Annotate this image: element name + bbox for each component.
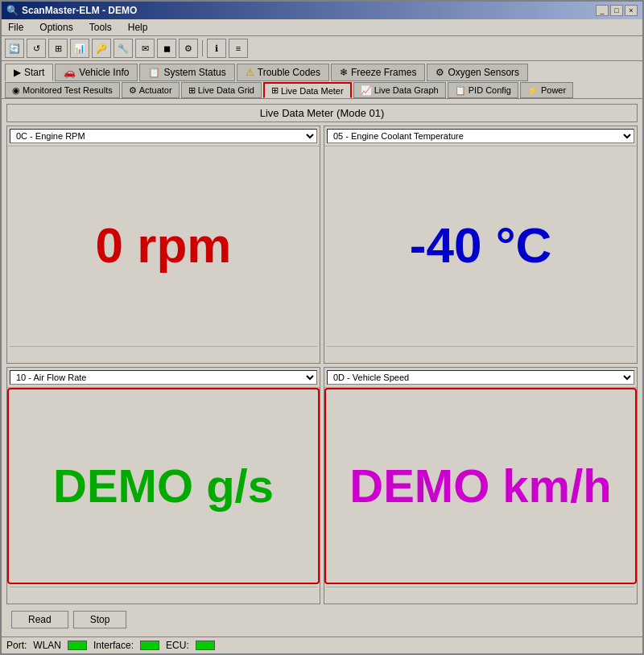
- tab-oxygen-sensors-label: Oxygen Sensors: [448, 67, 519, 78]
- trouble-codes-icon: ⚠: [246, 67, 254, 78]
- meter-rpm-value-area: 0 rpm: [7, 146, 320, 344]
- meter-speed-select[interactable]: 0D - Vehicle Speed: [327, 370, 634, 385]
- meter-panel-rpm: 0C - Engine RPM 0 rpm: [6, 126, 320, 364]
- actuator-icon: ⚙: [129, 85, 137, 96]
- tab-live-data-meter-label: Live Data Meter: [281, 86, 344, 96]
- tabs-row2: ◉ Monitored Test Results ⚙ Actuator ⊞ Li…: [2, 81, 642, 99]
- menu-help[interactable]: Help: [125, 21, 151, 34]
- maximize-button[interactable]: □: [610, 5, 623, 16]
- meter-temp-dropdown-row: 05 - Engine Coolant Temperature: [324, 126, 637, 146]
- title-bar-controls: _ □ ×: [596, 5, 638, 16]
- meter-airflow-select[interactable]: 10 - Air Flow Rate: [10, 370, 317, 385]
- menu-options[interactable]: Options: [36, 21, 76, 34]
- tab-pid-config-label: PID Config: [469, 85, 511, 95]
- toolbar-btn-9[interactable]: ℹ: [207, 39, 226, 58]
- oxygen-sensors-icon: ⚙: [436, 67, 444, 78]
- meter-speed-dropdown-row: 0D - Vehicle Speed: [324, 368, 637, 388]
- toolbar-btn-6[interactable]: ✉: [135, 39, 155, 58]
- meter-rpm-value: 0 rpm: [96, 216, 232, 274]
- toolbar-btn-4[interactable]: 🔑: [92, 39, 111, 58]
- meter-temp-value-area: -40 °C: [324, 146, 637, 344]
- tab-start-label: Start: [24, 67, 44, 78]
- meters-grid: 0C - Engine RPM 0 rpm 05 - Engine Coolan…: [6, 126, 638, 604]
- meter-speed-bottom-bar: [327, 587, 634, 601]
- tab-start[interactable]: ▶ Start: [5, 64, 53, 81]
- menu-bar: File Options Tools Help: [2, 19, 642, 36]
- freeze-frames-icon: ❄: [340, 67, 348, 78]
- app-icon: 🔍: [6, 5, 19, 16]
- pid-config-icon: 📋: [455, 85, 466, 96]
- system-status-icon: 📋: [148, 67, 160, 78]
- toolbar-btn-2[interactable]: ⊞: [48, 39, 68, 58]
- live-data-meter-icon: ⊞: [271, 85, 279, 96]
- menu-tools[interactable]: Tools: [86, 21, 115, 34]
- meter-speed-value: DEMO km/h: [349, 459, 612, 513]
- meter-airflow-value: DEMO g/s: [53, 459, 274, 513]
- tab-power-label: Power: [541, 85, 566, 95]
- close-button[interactable]: ×: [625, 5, 638, 16]
- interface-label: Interface:: [93, 640, 134, 651]
- port-label: Port:: [6, 640, 27, 651]
- tab-oxygen-sensors[interactable]: ⚙ Oxygen Sensors: [427, 64, 528, 81]
- tab-trouble-codes[interactable]: ⚠ Trouble Codes: [237, 64, 329, 81]
- content-area: Live Data Meter (Mode 01) 0C - Engine RP…: [2, 99, 642, 636]
- meter-panel-speed: 0D - Vehicle Speed DEMO km/h: [324, 367, 638, 605]
- toolbar-btn-8[interactable]: ⚙: [179, 39, 198, 58]
- menu-file[interactable]: File: [5, 21, 27, 34]
- tab-system-status-label: System Status: [163, 67, 225, 78]
- meter-airflow-value-area: DEMO g/s: [7, 388, 320, 585]
- tab-system-status[interactable]: 📋 System Status: [139, 64, 234, 81]
- meter-rpm-select[interactable]: 0C - Engine RPM: [10, 129, 317, 143]
- tab-live-data-grid-label: Live Data Grid: [198, 85, 254, 95]
- power-icon: ⚡: [527, 85, 539, 96]
- tab-live-data-graph[interactable]: 📈 Live Data Graph: [353, 82, 446, 98]
- meter-airflow-dropdown-row: 10 - Air Flow Rate: [7, 368, 320, 388]
- toolbar-btn-7[interactable]: ◼: [157, 39, 176, 58]
- tab-freeze-frames[interactable]: ❄ Freeze Frames: [331, 64, 425, 81]
- start-icon: ▶: [14, 67, 21, 78]
- window-title: ScanMaster-ELM - DEMO: [22, 5, 137, 16]
- section-title: Live Data Meter (Mode 01): [6, 104, 638, 122]
- tabs-row1: ▶ Start 🚗 Vehicle Info 📋 System Status ⚠…: [2, 61, 642, 81]
- tab-live-data-graph-label: Live Data Graph: [374, 85, 439, 95]
- port-value: WLAN: [33, 640, 61, 651]
- meter-rpm-dropdown-row: 0C - Engine RPM: [7, 126, 320, 146]
- tab-live-data-meter[interactable]: ⊞ Live Data Meter: [263, 82, 352, 98]
- tab-actuator-label: Actuator: [139, 85, 172, 95]
- read-button[interactable]: Read: [11, 611, 68, 628]
- tab-vehicle-info-label: Vehicle Info: [79, 67, 129, 78]
- toolbar-separator: [202, 40, 203, 56]
- port-indicator: [68, 641, 87, 650]
- toolbar-btn-5[interactable]: 🔧: [114, 39, 133, 58]
- toolbar-btn-1[interactable]: ↺: [27, 39, 46, 58]
- live-data-graph-icon: 📈: [361, 85, 372, 96]
- tab-vehicle-info[interactable]: 🚗 Vehicle Info: [55, 64, 138, 81]
- monitored-test-icon: ◉: [12, 85, 20, 96]
- live-data-grid-icon: ⊞: [188, 85, 196, 96]
- tab-freeze-frames-label: Freeze Frames: [351, 67, 416, 78]
- toolbar-btn-10[interactable]: ≡: [229, 39, 248, 58]
- stop-button[interactable]: Stop: [73, 611, 127, 628]
- meter-temp-select[interactable]: 05 - Engine Coolant Temperature: [327, 129, 634, 143]
- tab-live-data-grid[interactable]: ⊞ Live Data Grid: [181, 82, 262, 98]
- minimize-button[interactable]: _: [596, 5, 609, 16]
- tab-power[interactable]: ⚡ Power: [520, 82, 573, 98]
- toolbar: 🔄 ↺ ⊞ 📊 🔑 🔧 ✉ ◼ ⚙ ℹ ≡: [2, 36, 642, 61]
- tab-monitored-test[interactable]: ◉ Monitored Test Results: [5, 82, 120, 98]
- meter-airflow-bottom-bar: [10, 587, 317, 601]
- tab-pid-config[interactable]: 📋 PID Config: [448, 82, 518, 98]
- tab-monitored-test-label: Monitored Test Results: [23, 85, 113, 95]
- vehicle-info-icon: 🚗: [64, 67, 76, 78]
- tab-trouble-codes-label: Trouble Codes: [258, 67, 320, 78]
- meter-temp-value: -40 °C: [410, 216, 551, 274]
- meter-panel-temp: 05 - Engine Coolant Temperature -40 °C: [324, 126, 638, 364]
- tab-actuator[interactable]: ⚙ Actuator: [122, 82, 180, 98]
- toolbar-btn-0[interactable]: 🔄: [5, 39, 24, 58]
- main-window: 🔍 ScanMaster-ELM - DEMO _ □ × File Optio…: [0, 0, 644, 655]
- meter-temp-bottom-bar: [327, 346, 634, 360]
- interface-indicator: [140, 641, 159, 650]
- meter-panel-airflow: 10 - Air Flow Rate DEMO g/s: [6, 367, 320, 605]
- status-bar: Port: WLAN Interface: ECU:: [2, 636, 642, 653]
- title-bar-left: 🔍 ScanMaster-ELM - DEMO: [6, 5, 137, 16]
- toolbar-btn-3[interactable]: 📊: [70, 39, 89, 58]
